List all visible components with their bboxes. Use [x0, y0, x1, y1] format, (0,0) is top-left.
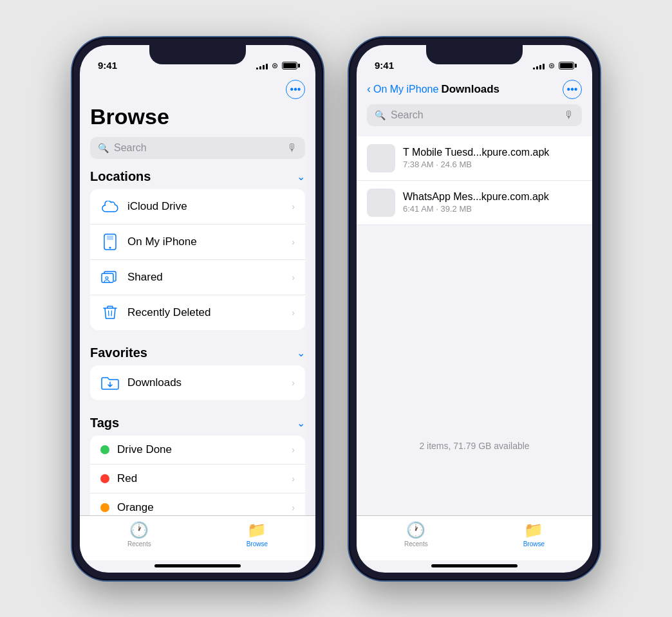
phone-left: 9:41 ⊛ ••• Browse 🔍 Search [72, 37, 323, 580]
tags-section: Tags ⌄ Drive Done › Red › [90, 416, 305, 515]
back-chevron-icon[interactable]: ‹ [367, 82, 371, 96]
file-info-2: WhatsApp Mes...kpure.com.apk 6:41 AM · 3… [403, 191, 582, 214]
browse-label-left: Browse [247, 540, 268, 548]
signal-bars-right [533, 62, 545, 69]
recently-deleted-label: Recently Deleted [127, 306, 284, 319]
tag-orange[interactable]: Orange › [90, 493, 305, 515]
trash-icon [100, 303, 120, 322]
search-icon-right: 🔍 [375, 110, 386, 120]
file-icon-1 [367, 144, 395, 172]
file-info-1: T Mobile Tuesd...kpure.com.apk 7:38 AM ·… [403, 147, 582, 169]
tags-chevron[interactable]: ⌄ [297, 417, 305, 429]
file-item-2[interactable]: WhatsApp Mes...kpure.com.apk 6:41 AM · 3… [357, 181, 592, 225]
tab-recents-left[interactable]: 🕐 Recents [127, 521, 151, 548]
locations-title: Locations [90, 169, 151, 184]
tag-orange-label: Orange [117, 501, 284, 514]
tag-orange-chevron: › [292, 502, 295, 513]
tag-red-label: Red [117, 472, 284, 485]
favorites-chevron[interactable]: ⌄ [297, 347, 305, 359]
recents-label-left: Recents [127, 540, 151, 548]
tag-red[interactable]: Red › [90, 465, 305, 493]
shared-label: Shared [127, 271, 284, 284]
nav-bar-left: ••• [80, 77, 315, 104]
file-meta-2: 6:41 AM · 39.2 MB [403, 204, 582, 214]
tab-recents-right[interactable]: 🕐 Recents [404, 521, 428, 548]
tag-red-chevron: › [292, 474, 295, 484]
tab-browse-right[interactable]: 📁 Browse [523, 521, 545, 548]
wifi-icon-left: ⊛ [272, 61, 278, 70]
locations-chevron[interactable]: ⌄ [297, 170, 305, 183]
tag-drive-done[interactable]: Drive Done › [90, 436, 305, 465]
tag-dot-green [100, 445, 109, 454]
recently-deleted-item[interactable]: Recently Deleted › [90, 295, 305, 330]
search-bar-left[interactable]: 🔍 Search 🎙 [90, 137, 305, 159]
search-icon-left: 🔍 [98, 143, 109, 153]
svg-point-2 [109, 246, 111, 248]
downloads-folder-icon [100, 373, 120, 392]
svg-rect-3 [102, 273, 113, 282]
recents-icon-right: 🕐 [406, 521, 425, 539]
browse-title: Browse [80, 104, 315, 137]
icloud-row-chevron: › [292, 201, 295, 212]
browse-icon-left: 📁 [247, 521, 266, 539]
nav-bar-left-area: ‹ On My iPhone Downloads [367, 82, 563, 96]
recents-icon-left: 🕐 [129, 521, 149, 539]
tab-browse-left[interactable]: 📁 Browse [247, 521, 268, 548]
on-my-iphone-item[interactable]: On My iPhone › [90, 225, 305, 260]
file-meta-1: 7:38 AM · 24.6 MB [403, 160, 582, 169]
downloads-item[interactable]: Downloads › [90, 365, 305, 400]
notch [149, 45, 246, 64]
home-indicator-left [154, 564, 241, 567]
tag-drive-done-chevron: › [292, 445, 295, 455]
status-time-left: 9:41 [98, 60, 117, 71]
tag-drive-done-label: Drive Done [117, 443, 284, 456]
file-name-1: T Mobile Tuesd...kpure.com.apk [403, 147, 582, 158]
search-bar-right[interactable]: 🔍 Search 🎙 [367, 104, 582, 126]
svg-point-4 [106, 277, 108, 279]
icloud-item[interactable]: iCloud Drive › [90, 189, 305, 225]
recents-label-right: Recents [404, 540, 428, 548]
status-icons-left: ⊛ [256, 61, 297, 70]
mic-icon-left[interactable]: 🎙 [287, 142, 297, 154]
on-my-iphone-chevron: › [292, 237, 295, 247]
locations-list: iCloud Drive › On My iPhone › [90, 189, 305, 330]
search-placeholder-left: Search [114, 142, 282, 154]
shared-icon [100, 268, 120, 287]
file-name-2: WhatsApp Mes...kpure.com.apk [403, 191, 582, 203]
signal-bars-left [256, 62, 268, 69]
locations-section: Locations ⌄ iCloud Drive › [90, 169, 305, 330]
favorites-title: Favorites [90, 345, 147, 360]
phone-icon [100, 232, 120, 252]
file-item-1[interactable]: T Mobile Tuesd...kpure.com.apk 7:38 AM ·… [357, 136, 592, 181]
status-icons-right: ⊛ [533, 61, 574, 70]
wifi-icon-right: ⊛ [548, 61, 555, 70]
status-time-right: 9:41 [375, 60, 394, 71]
shared-chevron: › [292, 272, 295, 282]
tag-dot-red [100, 474, 109, 483]
favorites-list: Downloads › [90, 365, 305, 400]
browse-label-right: Browse [523, 540, 545, 548]
more-button-left[interactable]: ••• [286, 80, 305, 99]
favorites-header: Favorites ⌄ [90, 345, 305, 360]
notch-right [426, 45, 523, 64]
on-my-iphone-label: On My iPhone [127, 235, 284, 248]
shared-item[interactable]: Shared › [90, 260, 305, 295]
icloud-label: iCloud Drive [127, 200, 284, 213]
tags-header: Tags ⌄ [90, 416, 305, 430]
nav-bar-right: ‹ On My iPhone Downloads ••• [357, 77, 592, 104]
mic-icon-right[interactable]: 🎙 [564, 109, 574, 121]
storage-info: 2 items, 71.79 GB available [357, 428, 592, 464]
svg-rect-1 [107, 235, 113, 240]
back-button-right[interactable]: On My iPhone [373, 84, 438, 95]
file-list: T Mobile Tuesd...kpure.com.apk 7:38 AM ·… [357, 136, 592, 515]
tags-list: Drive Done › Red › Orange › [90, 436, 305, 515]
downloads-nav-title: Downloads [441, 83, 499, 96]
scroll-area-left: Locations ⌄ iCloud Drive › [80, 169, 315, 515]
more-button-right[interactable]: ••• [563, 80, 582, 99]
tab-bar-left: 🕐 Recents 📁 Browse [80, 515, 315, 560]
file-icon-2 [367, 189, 395, 217]
recently-deleted-chevron: › [292, 308, 295, 318]
locations-header: Locations ⌄ [90, 169, 305, 184]
browse-icon-right: 📁 [524, 521, 543, 539]
battery-icon-right [559, 62, 574, 69]
